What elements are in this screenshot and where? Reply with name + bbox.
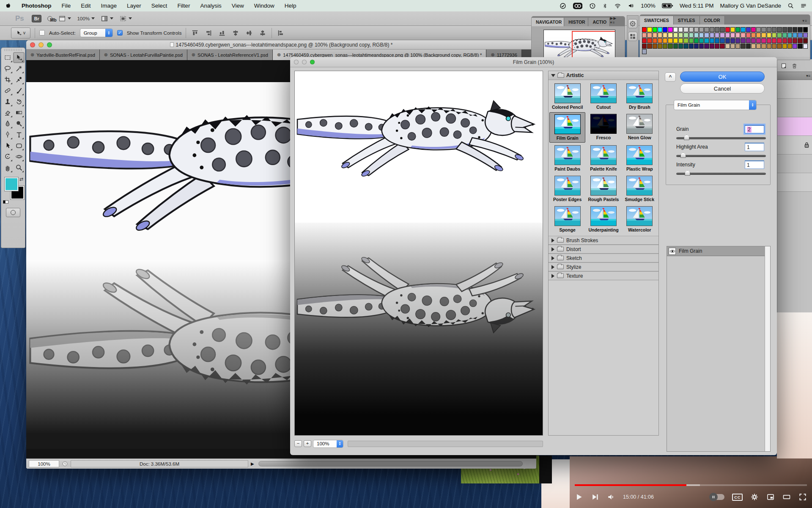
filter-category-texture[interactable]: Texture bbox=[549, 271, 658, 280]
color-swatch[interactable] bbox=[777, 38, 782, 43]
color-swatch[interactable] bbox=[673, 44, 678, 49]
color-swatch[interactable] bbox=[803, 38, 808, 43]
align-left-edges-button[interactable] bbox=[231, 29, 240, 37]
filter-category-stylize[interactable]: Stylize bbox=[549, 262, 658, 271]
pen-tool[interactable] bbox=[2, 129, 13, 140]
eyedropper-tool[interactable] bbox=[13, 74, 25, 85]
align-top-edges-button[interactable] bbox=[190, 29, 200, 37]
color-swatch[interactable] bbox=[767, 44, 771, 49]
color-swatch[interactable] bbox=[699, 27, 704, 32]
ok-button[interactable]: OK bbox=[680, 72, 765, 82]
tab-close-icon[interactable]: ⊗ bbox=[277, 52, 281, 58]
apple-menu-icon[interactable] bbox=[5, 2, 11, 9]
color-swatch[interactable] bbox=[678, 44, 683, 49]
color-swatch[interactable] bbox=[653, 44, 657, 49]
color-swatch[interactable] bbox=[720, 27, 724, 32]
color-swatch[interactable] bbox=[694, 27, 699, 32]
filter-thumbnail-palette-knife[interactable]: Palette Knife bbox=[585, 144, 621, 173]
autoplay-toggle[interactable] bbox=[710, 494, 724, 500]
color-swatch[interactable] bbox=[793, 44, 797, 49]
layer-row[interactable] bbox=[777, 80, 812, 99]
align-vertical-centers-button[interactable] bbox=[204, 29, 213, 37]
user-menu[interactable]: Mallory G Van DeSande bbox=[720, 3, 781, 9]
color-swatch[interactable] bbox=[673, 27, 678, 32]
param-value-grain[interactable]: 2 bbox=[745, 125, 764, 133]
appbar-grip[interactable] bbox=[4, 14, 8, 23]
status-zoom-field[interactable]: 100% bbox=[29, 460, 59, 467]
color-swatch[interactable] bbox=[642, 33, 647, 38]
brush-tool[interactable] bbox=[13, 85, 25, 96]
distribute-button[interactable] bbox=[276, 29, 285, 37]
param-slider-intensity[interactable] bbox=[676, 173, 766, 175]
color-swatch[interactable] bbox=[756, 38, 761, 43]
color-swatch[interactable] bbox=[642, 27, 647, 32]
volume-icon[interactable] bbox=[607, 493, 615, 501]
color-swatch[interactable] bbox=[694, 44, 699, 49]
color-swatch[interactable] bbox=[787, 44, 792, 49]
color-swatch[interactable] bbox=[694, 33, 699, 38]
shape-tool[interactable] bbox=[13, 140, 25, 151]
filter-category-sketch[interactable]: Sketch bbox=[549, 254, 658, 262]
youtube-progress-bar[interactable] bbox=[575, 484, 807, 486]
color-swatch[interactable] bbox=[668, 38, 672, 43]
color-swatch[interactable] bbox=[663, 38, 667, 43]
color-swatch[interactable] bbox=[787, 33, 792, 38]
tab-navigator[interactable]: NAVIGATOR bbox=[532, 18, 564, 26]
document-titlebar[interactable]: 1475460459.cybergwen_sonas---leotahtimea… bbox=[26, 40, 536, 50]
sync-status-icon[interactable] bbox=[560, 3, 566, 9]
settings-gear-icon[interactable] bbox=[750, 493, 759, 501]
color-swatch[interactable] bbox=[653, 33, 657, 38]
color-swatch[interactable] bbox=[793, 33, 797, 38]
tab-swatches[interactable]: SWATCHES bbox=[640, 16, 674, 25]
color-swatch[interactable] bbox=[663, 44, 667, 49]
tab-close-icon[interactable]: ⊗ bbox=[104, 52, 108, 58]
color-swatch[interactable] bbox=[689, 44, 694, 49]
new-item-icon[interactable] bbox=[781, 63, 787, 69]
color-swatch[interactable] bbox=[710, 44, 714, 49]
color-swatch[interactable] bbox=[746, 33, 751, 38]
color-swatch[interactable] bbox=[725, 33, 730, 38]
color-swatch[interactable] bbox=[730, 38, 735, 43]
color-swatch[interactable] bbox=[678, 27, 683, 32]
color-swatch[interactable] bbox=[678, 33, 683, 38]
color-swatch[interactable] bbox=[663, 33, 667, 38]
layers-panel-header[interactable]: ▾≡ bbox=[777, 72, 812, 80]
color-swatch[interactable] bbox=[663, 27, 667, 32]
color-swatch[interactable] bbox=[668, 44, 672, 49]
color-swatch[interactable] bbox=[772, 33, 776, 38]
path-selection-tool[interactable] bbox=[2, 140, 13, 151]
color-swatch[interactable] bbox=[704, 33, 709, 38]
captions-button[interactable]: CC bbox=[732, 494, 743, 501]
delete-item-icon[interactable] bbox=[791, 63, 798, 69]
arrange-documents-button[interactable] bbox=[101, 15, 113, 22]
color-swatch[interactable] bbox=[761, 33, 766, 38]
gradient-tool[interactable] bbox=[13, 107, 25, 118]
menu-window[interactable]: Window bbox=[254, 3, 274, 9]
clone-stamp-tool[interactable] bbox=[2, 96, 13, 107]
slider-thumb[interactable] bbox=[685, 170, 690, 176]
menu-filter[interactable]: Filter bbox=[177, 3, 190, 9]
color-swatch[interactable] bbox=[751, 27, 756, 32]
color-swatch[interactable] bbox=[683, 44, 688, 49]
theater-mode-icon[interactable] bbox=[782, 493, 791, 501]
color-swatch[interactable] bbox=[720, 38, 724, 43]
hand-tool[interactable] bbox=[2, 162, 13, 173]
layer-row-highlighted[interactable] bbox=[777, 117, 812, 136]
panel-menu-icon[interactable]: ▾≡ bbox=[802, 19, 810, 25]
color-swatch[interactable] bbox=[772, 44, 776, 49]
tab-close-icon[interactable]: ⊗ bbox=[30, 52, 34, 58]
menu-image[interactable]: Image bbox=[101, 3, 117, 9]
filter-thumbnail-fresco[interactable]: Fresco bbox=[585, 112, 621, 143]
color-swatch[interactable] bbox=[704, 27, 709, 32]
color-swatch[interactable] bbox=[710, 33, 714, 38]
color-swatch[interactable] bbox=[647, 33, 652, 38]
color-swatch[interactable] bbox=[798, 44, 802, 49]
filter-thumbnail-underpainting[interactable]: Underpainting bbox=[585, 204, 621, 234]
color-swatch[interactable] bbox=[673, 33, 678, 38]
miniplayer-icon[interactable] bbox=[766, 493, 775, 501]
color-swatch[interactable] bbox=[658, 38, 662, 43]
color-swatch[interactable] bbox=[756, 33, 761, 38]
minimize-window-button[interactable] bbox=[38, 42, 44, 47]
filter-thumbnail-neon-glow[interactable]: Neon Glow bbox=[622, 112, 658, 143]
document-tab-yardville-busterreffinal-psd[interactable]: ⊗Yardville-BusterRefFinal.psd bbox=[26, 50, 100, 60]
